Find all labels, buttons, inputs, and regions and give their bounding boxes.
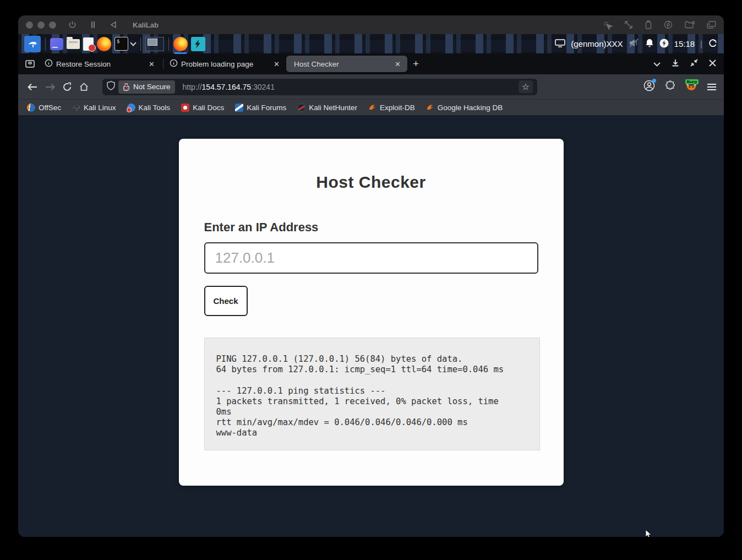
lightning-icon [194, 40, 202, 48]
logout-icon[interactable] [708, 39, 717, 50]
firefox-view-icon[interactable] [21, 56, 38, 72]
file-manager-launcher[interactable] [67, 36, 80, 52]
back-triangle-icon[interactable] [110, 21, 117, 29]
mouse-cursor [645, 529, 652, 537]
firefox-tab-strip: Restore Session ✕ Problem loading page ✕… [18, 53, 724, 74]
kali-panel: $ (genmon)XXX [18, 34, 724, 53]
usb-device-icon[interactable] [645, 20, 652, 30]
download-icon[interactable] [672, 59, 679, 69]
kali-docs-icon [181, 104, 189, 112]
bookmark-google-hacking-db[interactable]: Google Hacking DB [426, 104, 503, 112]
power-manager-icon[interactable] [659, 39, 669, 50]
ping-output: PING 127.0.0.1 (127.0.0.1) 56(84) bytes … [204, 338, 540, 450]
host-checker-card: Host Checker Enter an IP Address Check P… [179, 139, 564, 486]
tab-host-checker[interactable]: Host Checker ✕ [286, 56, 407, 72]
close-browser-icon[interactable] [709, 59, 716, 69]
workspace-switcher[interactable] [145, 37, 164, 51]
security-chip-label: Not Secure [133, 83, 171, 91]
window-title: KaliLab [133, 21, 159, 29]
firefox-icon [97, 37, 111, 51]
terminal-launcher[interactable]: $ [114, 36, 128, 52]
firefox-launcher[interactable] [97, 36, 111, 52]
display-status-icon [555, 39, 565, 49]
panel-separator [140, 37, 141, 51]
firefox-icon [173, 37, 188, 51]
url-bar[interactable]: Not Secure http://154.57.164.75:30241 ☆ [102, 79, 537, 95]
resize-icon[interactable] [624, 20, 633, 29]
reload-button[interactable] [63, 83, 72, 91]
close-window-button[interactable] [26, 21, 33, 29]
window-traffic-lights[interactable] [26, 21, 56, 29]
broken-lock-icon [123, 83, 130, 91]
close-tab-icon[interactable]: ✕ [146, 59, 157, 69]
close-tab-icon[interactable]: ✕ [392, 59, 403, 69]
security-chip[interactable]: Not Secure [118, 80, 175, 94]
notification-bell-icon[interactable] [645, 39, 654, 50]
bookmark-kali-docs[interactable]: Kali Docs [181, 104, 224, 112]
genmon-label[interactable]: (genmon)XXX [571, 39, 623, 48]
forward-button[interactable] [45, 83, 55, 91]
vm-window: KaliLab [18, 15, 724, 537]
tab-label: Host Checker [294, 60, 389, 68]
kali-tools-icon [127, 104, 135, 112]
clock-label[interactable]: 15:18 [674, 39, 695, 48]
shared-folder-icon[interactable] [685, 21, 695, 29]
tab-separator [163, 59, 163, 69]
bookmark-kali-forums[interactable]: Kali Forums [235, 104, 286, 112]
display-settings-launcher[interactable] [50, 36, 63, 52]
account-badge [652, 79, 656, 83]
launcher-dropdown-chevron-icon[interactable] [130, 40, 136, 46]
disc-icon[interactable] [664, 20, 673, 29]
text-editor-launcher[interactable] [83, 36, 94, 52]
ip-address-label: Enter an IP Address [204, 220, 538, 235]
list-all-tabs-chevron-icon[interactable] [653, 59, 661, 69]
kali-dragon-icon [72, 104, 80, 112]
foxyproxy-icon[interactable]: Burp [685, 81, 697, 93]
firefox-nav-toolbar: Not Secure http://154.57.164.75:30241 ☆ [18, 74, 724, 99]
bookmark-exploit-db[interactable]: Exploit-DB [368, 104, 415, 112]
menu-button[interactable] [707, 84, 716, 90]
compress-window-icon[interactable] [690, 59, 698, 69]
kali-nethunter-icon [297, 104, 305, 112]
tab-label: Problem loading page [181, 60, 268, 68]
kali-forums-icon [235, 104, 243, 112]
shield-icon[interactable] [107, 81, 115, 93]
bookmark-offsec[interactable]: OffSec [27, 104, 61, 112]
titlebar: KaliLab [18, 15, 724, 34]
bookmarks-bar: OffSec Kali Linux Kali Tools Kali Docs K… [18, 99, 724, 115]
page-title: Host Checker [204, 173, 538, 192]
info-icon [45, 59, 53, 69]
pause-icon[interactable] [90, 21, 96, 29]
url-text[interactable]: http://154.57.164.75:30241 [183, 83, 275, 91]
tab-restore-session[interactable]: Restore Session ✕ [40, 56, 161, 72]
panel-separator [168, 37, 169, 51]
ip-address-input[interactable] [204, 242, 538, 274]
muted-speaker-icon[interactable] [629, 38, 640, 50]
zoom-window-button[interactable] [49, 21, 56, 29]
folder-icon [67, 39, 80, 49]
windows-overview-icon[interactable] [707, 21, 716, 29]
web-content: Host Checker Enter an IP Address Check P… [18, 115, 724, 537]
check-button[interactable]: Check [204, 286, 248, 316]
pointer-control-icon[interactable] [603, 20, 612, 30]
tab-problem-loading[interactable]: Problem loading page ✕ [165, 56, 286, 72]
extensions-puzzle-icon[interactable] [665, 80, 675, 93]
bookmark-kali-linux[interactable]: Kali Linux [72, 104, 116, 112]
account-button[interactable] [643, 80, 655, 94]
power-icon[interactable] [68, 21, 77, 29]
bolt-app-button[interactable] [191, 37, 205, 51]
proxy-badge: Burp [685, 79, 699, 84]
bookmark-kali-tools[interactable]: Kali Tools [127, 104, 171, 112]
home-button[interactable] [79, 83, 89, 91]
close-tab-icon[interactable]: ✕ [271, 59, 282, 69]
kali-menu-button[interactable] [24, 36, 41, 52]
bookmark-star-icon[interactable]: ☆ [519, 80, 533, 93]
display-icon [50, 38, 63, 50]
new-tab-button[interactable]: + [407, 58, 424, 70]
panel-separator [45, 37, 46, 51]
bookmark-kali-nethunter[interactable]: Kali NetHunter [297, 104, 357, 112]
firefox-window-button[interactable] [173, 36, 188, 52]
minimize-window-button[interactable] [37, 21, 45, 29]
tab-label: Restore Session [56, 60, 143, 68]
back-button[interactable] [28, 83, 37, 91]
